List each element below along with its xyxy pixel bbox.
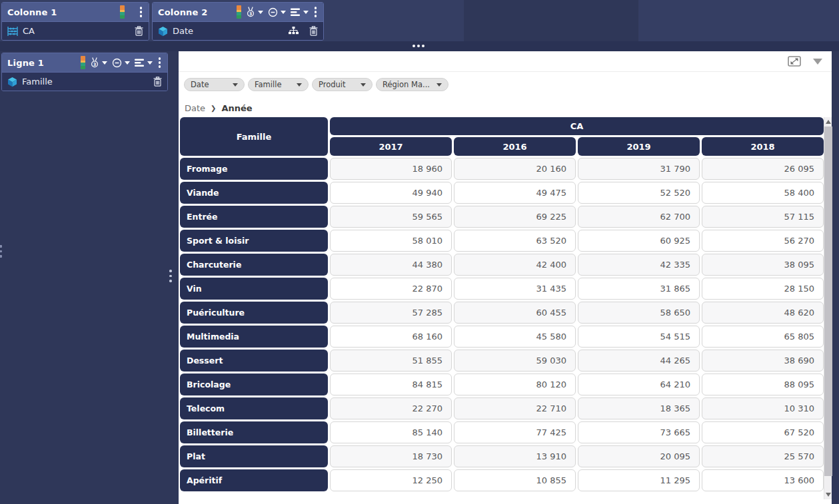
chevron-down-icon bbox=[436, 83, 442, 87]
value-cell: 12 250 bbox=[330, 469, 452, 491]
row-header[interactable]: Billetterie bbox=[180, 421, 328, 443]
measure-header: CA bbox=[330, 117, 824, 135]
value-cell: 57 285 bbox=[330, 302, 452, 324]
filter-values-button[interactable] bbox=[112, 58, 130, 68]
value-cell: 28 150 bbox=[702, 278, 824, 300]
sort-button[interactable] bbox=[135, 59, 153, 67]
value-cell: 20 095 bbox=[578, 445, 700, 467]
value-cell: 67 520 bbox=[702, 421, 824, 443]
value-cell: 31 865 bbox=[578, 278, 700, 300]
panel-ligne-1: Ligne 1 3 bbox=[1, 53, 168, 91]
value-cell: 45 580 bbox=[454, 326, 576, 348]
sort-button[interactable] bbox=[291, 8, 309, 17]
panel-ligne-1-header: Ligne 1 3 bbox=[2, 53, 167, 72]
row-header[interactable]: Plat bbox=[180, 445, 328, 467]
row-header[interactable]: Entrée bbox=[180, 206, 328, 228]
scroll-up-icon[interactable] bbox=[826, 120, 831, 124]
value-cell: 42 400 bbox=[454, 254, 576, 276]
field-chip-date[interactable]: Date bbox=[153, 21, 323, 40]
pivot-table: Famille CA 2017201620192018Fromage18 960… bbox=[180, 117, 824, 491]
filter-pill-1[interactable]: Famille bbox=[248, 78, 309, 91]
top-n-button[interactable]: 3 bbox=[90, 57, 107, 68]
kebab-menu-icon[interactable] bbox=[313, 5, 319, 19]
hierarchy-icon[interactable] bbox=[289, 27, 299, 35]
row-header[interactable]: Viande bbox=[180, 182, 328, 204]
chevron-down-icon bbox=[147, 61, 153, 65]
scrollbar-thumb[interactable] bbox=[824, 126, 832, 476]
kebab-menu-icon[interactable] bbox=[139, 5, 144, 19]
panel-colonne-1-header: Colonne 1 bbox=[2, 3, 149, 21]
drag-ghost bbox=[464, 0, 638, 41]
trash-icon[interactable] bbox=[135, 26, 143, 36]
column-header[interactable]: 2016 bbox=[454, 137, 576, 156]
value-cell: 26 095 bbox=[702, 158, 824, 180]
horizontal-splitter[interactable] bbox=[0, 41, 839, 51]
row-header[interactable]: Fromage bbox=[180, 158, 328, 180]
cube-icon bbox=[7, 77, 17, 87]
field-chip-famille[interactable]: Famille bbox=[2, 72, 167, 91]
row-header[interactable]: Puériculture bbox=[180, 302, 328, 324]
expand-icon[interactable] bbox=[788, 56, 801, 67]
value-cell: 31 435 bbox=[454, 278, 576, 300]
filter-pill-3[interactable]: Région Ma... bbox=[376, 78, 448, 91]
value-cell: 13 910 bbox=[454, 445, 576, 467]
filter-pill-2[interactable]: Produit bbox=[312, 78, 373, 91]
vertical-scrollbar[interactable] bbox=[824, 117, 832, 499]
sort-bars-icon bbox=[291, 8, 301, 17]
value-cell: 52 520 bbox=[578, 182, 700, 204]
trash-icon[interactable] bbox=[153, 77, 162, 87]
row-dimension-header: Famille bbox=[180, 117, 328, 156]
row-header[interactable]: Vin bbox=[180, 278, 328, 300]
color-scale-icon[interactable] bbox=[237, 5, 241, 19]
color-scale-icon[interactable] bbox=[81, 56, 85, 69]
value-cell: 44 380 bbox=[330, 254, 452, 276]
row-header[interactable]: Multimedia bbox=[180, 326, 328, 348]
row-header[interactable]: Telecom bbox=[180, 397, 328, 419]
value-cell: 44 265 bbox=[578, 350, 700, 372]
cube-icon bbox=[158, 26, 168, 37]
value-cell: 77 425 bbox=[454, 421, 576, 443]
value-cell: 63 520 bbox=[454, 230, 576, 252]
value-cell: 58 650 bbox=[578, 302, 700, 324]
row-header[interactable]: Bricolage bbox=[180, 374, 328, 395]
column-header[interactable]: 2017 bbox=[330, 137, 452, 156]
column-header[interactable]: 2019 bbox=[578, 137, 700, 156]
chevron-down-icon bbox=[258, 11, 263, 14]
sidebar-resize-handle-icon[interactable] bbox=[169, 270, 172, 282]
panel-title: Ligne 1 bbox=[7, 58, 44, 68]
top-n-button[interactable]: 3 bbox=[246, 7, 263, 17]
panel-title: Colonne 1 bbox=[7, 7, 57, 17]
row-header[interactable]: Sport & loisir bbox=[180, 230, 328, 252]
value-cell: 68 160 bbox=[330, 326, 452, 348]
value-cell: 20 160 bbox=[454, 158, 576, 180]
field-chip-ca[interactable]: CA bbox=[2, 21, 149, 40]
value-cell: 64 210 bbox=[578, 374, 700, 395]
breadcrumb-chevron-icon: ❯ bbox=[211, 105, 216, 112]
widget-menu-triangle-icon[interactable] bbox=[813, 59, 822, 65]
scroll-down-icon[interactable] bbox=[826, 493, 831, 497]
column-header[interactable]: 2018 bbox=[702, 137, 824, 156]
row-header[interactable]: Charcuterie bbox=[180, 254, 328, 276]
panel-colonne-2-header: Colonne 2 3 bbox=[153, 3, 323, 21]
color-scale-icon[interactable] bbox=[120, 5, 125, 19]
breadcrumb-root[interactable]: Date bbox=[185, 103, 205, 113]
value-cell: 51 855 bbox=[330, 350, 452, 372]
filter-values-button[interactable] bbox=[268, 7, 286, 17]
value-cell: 18 730 bbox=[330, 445, 452, 467]
kebab-menu-icon[interactable] bbox=[157, 56, 163, 69]
rows-sidebar bbox=[0, 51, 179, 504]
row-header[interactable]: Dessert bbox=[180, 350, 328, 372]
value-cell: 11 295 bbox=[578, 469, 700, 491]
breadcrumb: Date ❯ Année bbox=[185, 103, 253, 113]
value-cell: 13 600 bbox=[702, 469, 824, 491]
filter-pill-label: Produit bbox=[319, 80, 346, 89]
filter-pill-0[interactable]: Date bbox=[184, 78, 245, 91]
value-cell: 42 335 bbox=[578, 254, 700, 276]
filter-pill-label: Région Ma... bbox=[383, 80, 430, 89]
value-cell: 58 010 bbox=[330, 230, 452, 252]
row-header[interactable]: Apéritif bbox=[180, 469, 328, 491]
value-cell: 31 790 bbox=[578, 158, 700, 180]
trash-icon[interactable] bbox=[309, 26, 318, 36]
left-edge-handle-icon[interactable] bbox=[0, 245, 2, 258]
splitter-handle-icon[interactable] bbox=[413, 45, 424, 47]
